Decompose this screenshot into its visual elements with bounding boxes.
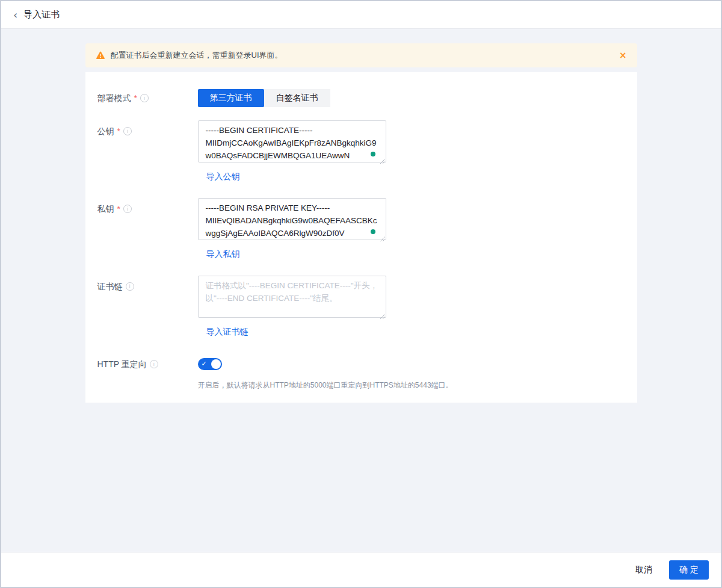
deploy-mode-option-third-party[interactable]: 第三方证书 [198,89,264,107]
cert-chain-label: 证书链 [97,276,198,337]
back-icon[interactable]: ‹ [13,10,17,20]
http-redirect-label-text: HTTP 重定向 [97,358,147,370]
warning-text: 配置证书后会重新建立会话，需重新登录UI界面。 [111,50,283,61]
required-asterisk: * [134,92,137,104]
private-key-textarea[interactable]: -----BEGIN RSA PRIVATE KEY----- MIIEvQIB… [198,198,386,240]
page-header: ‹ 导入证书 [1,1,721,29]
cert-chain-control: 导入证书链 [198,276,386,337]
http-redirect-label: HTTP 重定向 [97,358,198,370]
public-key-control: -----BEGIN CERTIFICATE----- MIIDmjCCAoKg… [198,120,386,182]
private-key-control: -----BEGIN RSA PRIVATE KEY----- MIIEvQIB… [198,198,386,259]
page-footer: 取消 确定 [1,552,721,587]
import-public-key-link[interactable]: 导入公钥 [206,171,240,182]
http-redirect-toggle[interactable]: ✓ [198,358,222,370]
valid-status-dot [371,152,375,156]
info-icon[interactable] [150,360,158,368]
check-icon: ✓ [202,360,207,368]
valid-status-dot [371,229,375,234]
info-icon[interactable] [140,94,149,102]
warning-icon [96,51,105,60]
private-key-row: 私钥 * -----BEGIN RSA PRIVATE KEY----- MII… [97,198,637,259]
page-body: 配置证书后会重新建立会话，需重新登录UI界面。 × 部署模式 * 第三方证书 自… [1,29,721,552]
page-title: 导入证书 [23,9,60,20]
deploy-mode-segmented-control: 第三方证书 自签名证书 [198,89,330,107]
http-redirect-help-text: 开启后，默认将请求从HTTP地址的5000端口重定向到HTTPS地址的5443端… [198,380,453,391]
content-area: 配置证书后会重新建立会话，需重新登录UI界面。 × 部署模式 * 第三方证书 自… [85,43,637,403]
warning-banner: 配置证书后会重新建立会话，需重新登录UI界面。 × [85,43,637,67]
deploy-mode-label-text: 部署模式 [97,92,131,104]
private-key-label: 私钥 * [97,198,198,259]
required-asterisk: * [117,203,120,215]
import-certificate-page: ‹ 导入证书 配置证书后会重新建立会话，需重新登录UI界面。 × 部署 [0,0,722,588]
deploy-mode-option-self-signed[interactable]: 自签名证书 [264,89,330,107]
cert-chain-textarea[interactable] [198,276,386,318]
public-key-label-text: 公钥 [97,125,114,137]
banner-close-icon[interactable]: × [619,51,627,60]
cert-chain-label-text: 证书链 [97,280,123,292]
http-redirect-control: ✓ 开启后，默认将请求从HTTP地址的5000端口重定向到HTTPS地址的544… [198,358,453,391]
public-key-textarea-wrap: -----BEGIN CERTIFICATE----- MIIDmjCCAoKg… [198,120,386,165]
form-card: 部署模式 * 第三方证书 自签名证书 公钥 * [85,72,637,403]
cancel-button[interactable]: 取消 [633,561,655,579]
confirm-button[interactable]: 确定 [669,560,709,580]
deploy-mode-label: 部署模式 * [97,89,198,107]
deploy-mode-row: 部署模式 * 第三方证书 自签名证书 [97,89,637,107]
cert-chain-row: 证书链 导入证书链 [97,276,637,337]
public-key-textarea[interactable]: -----BEGIN CERTIFICATE----- MIIDmjCCAoKg… [198,120,386,162]
toggle-knob [211,359,221,369]
cert-chain-textarea-wrap [198,276,386,320]
private-key-textarea-wrap: -----BEGIN RSA PRIVATE KEY----- MIIEvQIB… [198,198,386,243]
public-key-label: 公钥 * [97,120,198,182]
info-icon[interactable] [123,127,132,135]
import-cert-chain-link[interactable]: 导入证书链 [206,326,248,337]
required-asterisk: * [117,125,120,137]
import-private-key-link[interactable]: 导入私钥 [206,249,240,259]
http-redirect-row: HTTP 重定向 ✓ 开启后，默认将请求从HTTP地址的5000端口重定向到HT… [97,358,637,391]
info-icon[interactable] [126,282,134,291]
info-icon[interactable] [123,205,132,213]
public-key-row: 公钥 * -----BEGIN CERTIFICATE----- MIIDmjC… [97,120,637,182]
private-key-label-text: 私钥 [97,203,114,215]
